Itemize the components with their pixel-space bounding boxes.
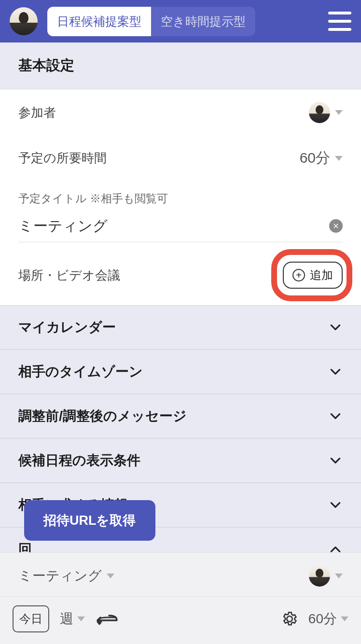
zoom-duration-label: 60分 <box>308 610 337 628</box>
participant-avatar <box>309 565 330 587</box>
participants-row[interactable]: 参加者 <box>0 89 361 136</box>
chevron-down-icon <box>328 364 343 379</box>
chevron-down-icon <box>107 574 114 578</box>
location-row: 場所・ビデオ会議 + 追加 <box>0 245 361 305</box>
tab-availability-mode[interactable]: 空き時間提示型 <box>151 7 255 36</box>
today-button[interactable]: 今日 <box>13 605 49 632</box>
get-invite-url-button[interactable]: 招待URLを取得 <box>24 500 155 541</box>
footer-meeting-row: ミーティング <box>0 552 361 596</box>
chevron-down-icon <box>341 616 348 621</box>
accordion-candidate-conditions[interactable]: 候補日程の表示条件 <box>0 439 361 483</box>
footer-meeting-label: ミーティング <box>18 567 102 585</box>
accordion-label: 相手のタイムゾーン <box>18 363 143 381</box>
footer-participant-select[interactable] <box>309 565 343 587</box>
mode-tabs: 日程候補提案型 空き時間提示型 <box>47 7 255 36</box>
add-location-button[interactable]: + 追加 <box>283 262 343 289</box>
app-header: 日程候補提案型 空き時間提示型 <box>0 0 361 42</box>
chevron-down-icon <box>328 409 343 423</box>
accordion-label: 候補日程の表示条件 <box>18 451 140 470</box>
footer-bar: ミーティング 今日 週 60分 <box>0 552 361 644</box>
location-label: 場所・ビデオ会議 <box>18 267 120 284</box>
event-title-input[interactable] <box>18 218 329 234</box>
chevron-down-icon <box>335 574 343 578</box>
duration-value: 60分 <box>300 148 330 168</box>
footer-meeting-select[interactable]: ミーティング <box>18 567 114 585</box>
chevron-down-icon <box>77 616 85 621</box>
clear-title-icon[interactable] <box>329 219 343 233</box>
chevron-down-icon <box>328 498 343 512</box>
event-title-label: 予定タイトル ※相手も閲覧可 <box>18 191 343 206</box>
participants-value <box>309 102 343 123</box>
section-basic-settings-header: 基本設定 <box>0 42 361 89</box>
accordion-timezone[interactable]: 相手のタイムゾーン <box>0 350 361 394</box>
chevron-down-icon <box>335 156 343 161</box>
accordion-my-calendar[interactable]: マイカレンダー <box>0 306 361 350</box>
view-label: 週 <box>60 610 73 628</box>
basic-settings-body: 参加者 予定の所要時間 60分 予定タイトル ※相手も閲覧可 場所・ビデオ会議 … <box>0 89 361 305</box>
duration-value-group: 60分 <box>300 148 343 168</box>
event-title-section: 予定タイトル ※相手も閲覧可 <box>0 181 361 242</box>
chevron-down-icon <box>328 453 343 468</box>
accordion-messages[interactable]: 調整前/調整後のメッセージ <box>0 394 361 439</box>
chevron-down-icon <box>335 110 343 115</box>
zoom-duration-select[interactable]: 60分 <box>308 610 348 628</box>
participants-label: 参加者 <box>18 104 56 121</box>
tab-proposal-mode[interactable]: 日程候補提案型 <box>47 7 151 36</box>
calendar-view-select[interactable]: 週 <box>60 610 85 628</box>
accordion-label: マイカレンダー <box>18 318 116 336</box>
footer-controls: 今日 週 60分 <box>0 596 361 644</box>
settings-gear-icon[interactable] <box>281 611 298 627</box>
event-title-input-row <box>18 218 343 242</box>
duration-label: 予定の所要時間 <box>18 150 107 167</box>
accordion-label: 調整前/調整後のメッセージ <box>18 407 187 425</box>
user-avatar[interactable] <box>10 7 38 35</box>
plus-circle-icon: + <box>292 269 305 281</box>
participant-avatar <box>309 102 330 123</box>
undo-icon[interactable] <box>96 612 118 626</box>
chevron-down-icon <box>328 320 343 335</box>
hamburger-menu-icon[interactable] <box>328 12 351 31</box>
duration-row[interactable]: 予定の所要時間 60分 <box>0 136 361 181</box>
add-button-label: 追加 <box>310 267 333 283</box>
